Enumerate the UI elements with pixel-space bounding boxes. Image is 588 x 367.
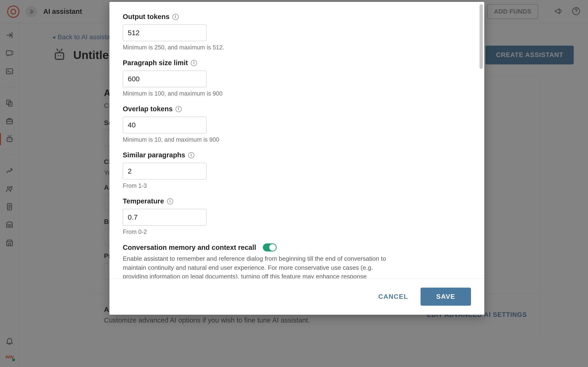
similar-paragraphs-label: Similar paragraphs i — [123, 151, 471, 159]
temperature-label: Temperature i — [123, 197, 471, 205]
info-icon[interactable]: i — [176, 106, 182, 112]
info-icon[interactable]: i — [191, 60, 197, 66]
overlap-tokens-label-text: Overlap tokens — [123, 105, 173, 113]
output-tokens-label-text: Output tokens — [123, 13, 170, 21]
modal-footer: CANCEL SAVE — [110, 278, 484, 315]
temperature-input[interactable] — [123, 209, 206, 225]
output-tokens-label: Output tokens i — [123, 13, 471, 21]
output-tokens-hint: Minimum is 250, and maximum is 512. — [123, 44, 471, 51]
paragraph-size-label-text: Paragraph size limit — [123, 59, 188, 67]
info-icon[interactable]: i — [188, 152, 194, 158]
temperature-label-text: Temperature — [123, 197, 164, 205]
paragraph-size-hint: Minimum is 100, and maximum is 900 — [123, 90, 471, 97]
similar-paragraphs-input[interactable] — [123, 163, 206, 179]
info-icon[interactable]: i — [167, 198, 173, 204]
overlap-tokens-hint: Minimum is 10, and maximum is 900 — [123, 136, 471, 143]
temperature-hint: From 0-2 — [123, 228, 471, 235]
advanced-settings-modal: Output tokens i Minimum is 250, and maxi… — [110, 2, 484, 315]
similar-paragraphs-hint: From 1-3 — [123, 182, 471, 189]
output-tokens-input[interactable] — [123, 25, 206, 41]
paragraph-size-input[interactable] — [123, 71, 206, 87]
conversation-memory-label: Conversation memory and context recall — [123, 244, 256, 251]
conversation-memory-toggle[interactable] — [263, 243, 277, 251]
save-button[interactable]: SAVE — [421, 288, 471, 306]
info-icon[interactable]: i — [172, 14, 179, 20]
paragraph-size-label: Paragraph size limit i — [123, 59, 471, 67]
modal-scrollbar[interactable] — [479, 4, 483, 69]
overlap-tokens-label: Overlap tokens i — [123, 105, 471, 113]
similar-paragraphs-label-text: Similar paragraphs — [123, 151, 185, 159]
overlap-tokens-input[interactable] — [123, 117, 206, 133]
conversation-memory-desc: Enable assistant to remember and referen… — [123, 254, 392, 278]
cancel-button[interactable]: CANCEL — [375, 291, 411, 303]
